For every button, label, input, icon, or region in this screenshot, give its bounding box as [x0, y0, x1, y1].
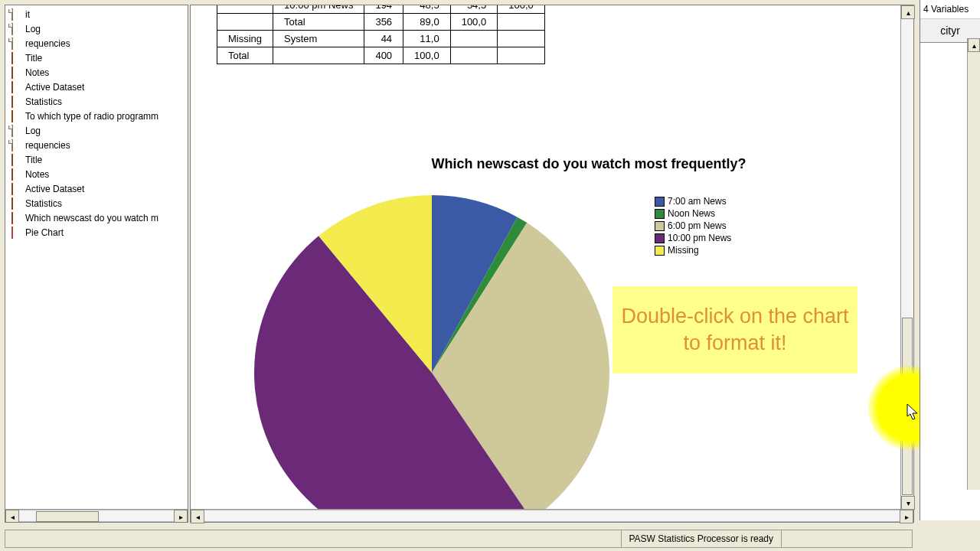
table-cell: 100,0 — [450, 14, 498, 31]
outline-item-label: Log — [25, 24, 41, 34]
table-icon — [11, 53, 22, 64]
table-cell: 89,0 — [403, 14, 451, 31]
table-icon — [11, 111, 22, 122]
legend-swatch — [655, 197, 665, 207]
outline-item-label: Title — [25, 155, 42, 165]
outline-item-label: Which newscast do you watch m — [25, 213, 158, 223]
outline-item-label: Active Dataset — [25, 82, 84, 93]
pie-chart[interactable] — [252, 193, 612, 510]
outline-item[interactable]: requencies — [5, 36, 188, 51]
outline-item-label: Pie Chart — [25, 227, 64, 238]
legend-item: Missing — [655, 244, 731, 256]
table-cell — [498, 31, 545, 47]
legend-item: 7:00 am News — [655, 195, 731, 207]
scroll-track[interactable] — [19, 510, 174, 522]
outline-item[interactable]: Statistics — [5, 196, 188, 210]
legend-label: Missing — [668, 245, 699, 256]
outline-item-label: Notes — [25, 169, 49, 180]
legend-item: 10:00 pm News — [655, 232, 731, 244]
legend-swatch — [655, 233, 665, 243]
scroll-down-button[interactable]: ▾ — [901, 496, 915, 510]
viewer-content[interactable]: 10:00 pm News19448,554,5100,0Total35689,… — [191, 5, 901, 510]
outline-item[interactable]: Pie Chart — [5, 225, 188, 240]
frequency-table[interactable]: 10:00 pm News19448,554,5100,0Total35689,… — [217, 5, 545, 64]
legend-swatch — [655, 221, 665, 231]
table-row: MissingSystem4411,0 — [217, 31, 545, 47]
table-cell: Missing — [217, 31, 273, 47]
chart-title: Which newscast do you watch most frequen… — [328, 156, 849, 172]
outline-item-label: Statistics — [25, 96, 62, 107]
outline-item-label: To which type of radio programm — [25, 111, 158, 122]
outline-item[interactable]: requencies — [5, 138, 188, 152]
legend-label: 7:00 am News — [668, 196, 727, 207]
page-icon — [11, 140, 22, 151]
outline-item-label: Statistics — [25, 198, 62, 209]
callout-text: Double-click on the chart to format it! — [612, 303, 858, 357]
table-cell: 356 — [364, 14, 403, 31]
table-cell: Total — [273, 14, 364, 31]
table-cell: 10:00 pm News — [273, 5, 364, 14]
legend-swatch — [655, 209, 665, 219]
scroll-thumb[interactable] — [36, 511, 99, 522]
table-icon — [11, 198, 22, 209]
outline-item[interactable]: Notes — [5, 167, 188, 181]
table-icon — [11, 213, 22, 223]
page-icon — [11, 24, 22, 34]
table-cell: 400 — [364, 47, 403, 64]
outline-item[interactable]: Title — [5, 152, 188, 167]
table-icon — [11, 169, 22, 180]
table-icon — [11, 82, 22, 93]
output-viewer: 10:00 pm News19448,554,5100,0Total35689,… — [190, 5, 914, 523]
table-cell — [217, 14, 273, 31]
outline-item[interactable]: Title — [5, 51, 188, 65]
table-row: Total35689,0100,0 — [217, 14, 545, 31]
page-icon — [11, 38, 22, 49]
status-cell — [781, 530, 835, 547]
outline-item-label: it — [25, 9, 30, 20]
scroll-up-button[interactable]: ▴ — [901, 5, 915, 19]
outline-hscroll[interactable]: ◂ ▸ — [5, 509, 188, 522]
outline-item[interactable]: Statistics — [5, 94, 188, 109]
table-cell — [217, 5, 273, 14]
legend-label: Noon News — [668, 208, 715, 219]
table-row: 10:00 pm News19448,554,5100,0 — [217, 5, 545, 14]
table-cell: 11,0 — [403, 31, 451, 47]
outline-item[interactable]: Active Dataset — [5, 80, 188, 94]
outline-item-label: Log — [25, 126, 41, 136]
viewer-hscroll[interactable]: ◂ ▸ — [191, 509, 913, 522]
scroll-right-button[interactable]: ▸ — [900, 510, 913, 523]
variables-panel: 4 Variables cityr ▴ — [920, 0, 980, 520]
table-icon — [11, 67, 22, 78]
table-row: Total400100,0 — [217, 47, 545, 64]
hscroll-track[interactable] — [204, 510, 900, 522]
table-cell: 48,5 — [403, 5, 451, 14]
outline-item[interactable]: Which newscast do you watch m — [5, 210, 188, 225]
scroll-left-button[interactable]: ◂ — [5, 510, 19, 523]
outline-item-label: requencies — [25, 38, 70, 49]
table-cell — [450, 31, 498, 47]
table-cell — [498, 47, 545, 64]
legend-label: 10:00 pm News — [668, 233, 731, 243]
outline-item[interactable]: Log — [5, 21, 188, 36]
outline-item[interactable]: Log — [5, 123, 188, 138]
scroll-right-button[interactable]: ▸ — [174, 510, 188, 523]
outline-item[interactable]: Notes — [5, 65, 188, 80]
instruction-callout: Double-click on the chart to format it! — [612, 286, 858, 373]
legend-label: 6:00 pm News — [668, 220, 727, 231]
outline-item[interactable]: Active Dataset — [5, 181, 188, 196]
table-cell: System — [273, 31, 364, 47]
scroll-left-button[interactable]: ◂ — [191, 510, 204, 523]
outline-item[interactable]: it — [5, 7, 188, 21]
outline-item[interactable]: To which type of radio programm — [5, 109, 188, 123]
status-bar: PASW Statistics Processor is ready — [5, 530, 913, 548]
table-cell: 194 — [364, 5, 403, 14]
table-icon — [11, 96, 22, 107]
scroll-up-button[interactable]: ▴ — [968, 38, 980, 52]
chart-icon — [11, 227, 22, 238]
table-cell — [450, 47, 498, 64]
variables-vscroll[interactable]: ▴ — [967, 38, 980, 490]
outline-item-label: requencies — [25, 140, 70, 151]
legend-swatch — [655, 246, 665, 256]
variables-header: 4 Variables — [920, 0, 980, 19]
outline-item-label: Title — [25, 53, 42, 64]
